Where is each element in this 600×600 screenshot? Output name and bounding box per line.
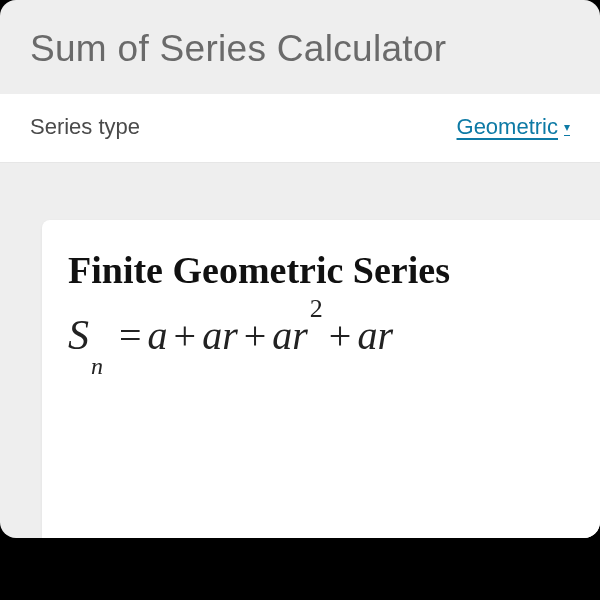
series-type-select[interactable]: Geometric ▾: [457, 114, 570, 140]
formula-panel: Finite Geometric Series Sn=a+ar+ar2+ar: [42, 220, 600, 538]
eq-ar-2: ar: [272, 313, 308, 358]
eq-S: S: [68, 312, 89, 358]
page-title: Sum of Series Calculator: [0, 0, 600, 94]
eq-plus-3: +: [329, 313, 352, 358]
formula-heading: Finite Geometric Series: [68, 248, 600, 292]
chevron-down-icon: ▾: [564, 120, 570, 134]
series-type-label: Series type: [30, 114, 140, 140]
series-type-value: Geometric: [457, 114, 558, 140]
formula-equation: Sn=a+ar+ar2+ar: [68, 314, 600, 362]
eq-ar-3: ar: [357, 313, 393, 358]
eq-plus-1: +: [174, 313, 197, 358]
eq-plus-2: +: [244, 313, 267, 358]
eq-equals: =: [119, 313, 142, 358]
series-type-row: Series type Geometric ▾: [0, 94, 600, 163]
eq-a: a: [148, 313, 168, 358]
eq-sup-2: 2: [310, 294, 323, 323]
eq-sub-n: n: [91, 353, 103, 379]
eq-ar-1: ar: [202, 313, 238, 358]
calculator-card: Sum of Series Calculator Series type Geo…: [0, 0, 600, 538]
